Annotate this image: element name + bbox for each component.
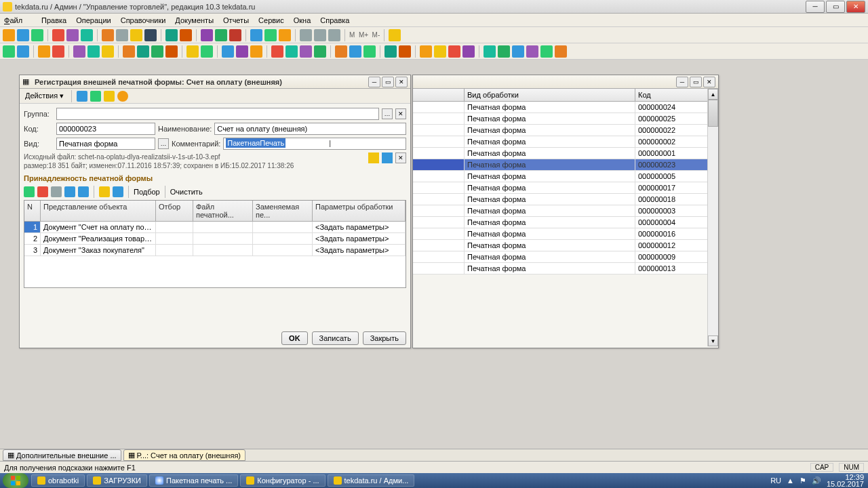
tb-icon[interactable]	[137, 45, 149, 58]
col-code[interactable]: Код	[635, 89, 718, 101]
system-tray[interactable]: RU ▲ ⚑ 🔊 12:39 15.02.2017	[766, 474, 868, 487]
task-1c[interactable]: tekdata.ru / Адми...	[328, 474, 415, 487]
input-group[interactable]	[56, 108, 379, 120]
menu-file[interactable]: Файл	[4, 16, 32, 24]
col-type[interactable]: Вид обработки	[465, 89, 635, 101]
tb-icon[interactable]	[52, 45, 64, 58]
tb-icon[interactable]	[314, 29, 326, 41]
tray-icon[interactable]: ▲	[787, 476, 794, 485]
menu-reports[interactable]: Отчеты	[223, 16, 249, 24]
save-button[interactable]: Записать	[312, 331, 359, 345]
tb-icon[interactable]	[52, 29, 64, 41]
tb-icon[interactable]	[87, 45, 100, 58]
table-row[interactable]: 1Документ "Счет на оплату покуп...<Задат…	[24, 222, 406, 233]
tb-icon[interactable]	[201, 45, 213, 58]
scroll-thumb[interactable]	[708, 100, 718, 127]
tb-icon[interactable]	[399, 45, 411, 58]
tb-icon[interactable]	[389, 29, 401, 41]
add-icon[interactable]	[24, 186, 35, 197]
tb-icon[interactable]	[38, 45, 50, 58]
tb-icon[interactable]	[555, 45, 567, 58]
list-item[interactable]: Печатная форма000000018	[413, 194, 718, 205]
list-item[interactable]: Печатная форма000000001	[413, 148, 718, 159]
delete-icon[interactable]	[37, 186, 48, 197]
lang-indicator[interactable]: RU	[770, 476, 781, 485]
clear-link[interactable]: Очистить	[170, 188, 203, 196]
tb-icon[interactable]	[229, 29, 241, 41]
tb-icon[interactable]	[420, 45, 432, 58]
tb-icon[interactable]	[335, 45, 347, 58]
list-item[interactable]: Печатная форма000000025	[413, 113, 718, 125]
tb-icon[interactable]	[271, 45, 283, 58]
tb-icon[interactable]	[151, 45, 163, 58]
tb-icon[interactable]	[116, 29, 128, 41]
input-comment[interactable]: ПакетнаяПечать |	[223, 138, 406, 150]
scrollbar[interactable]: ▲ ▼	[707, 89, 718, 346]
tab-registration[interactable]: ▦Р...: Счет на оплату (внешняя)	[123, 449, 245, 461]
list-item[interactable]: Печатная форма000000012	[413, 240, 718, 251]
tb-icon[interactable]	[250, 29, 262, 41]
panel-minimize-button[interactable]: ─	[368, 77, 380, 87]
tb-icon[interactable]	[3, 29, 15, 41]
task-chrome[interactable]: Пакетная печать ...	[149, 474, 238, 487]
table-row[interactable]: 2Документ "Реализация товаров ...<Задать…	[24, 233, 406, 245]
col-params[interactable]: Параметры обработки	[313, 201, 406, 221]
tb-icon[interactable]	[236, 45, 248, 58]
tb-icon[interactable]	[17, 45, 29, 58]
tb-icon[interactable]	[102, 29, 114, 41]
scroll-down-icon[interactable]: ▼	[708, 336, 718, 346]
clear-group-button[interactable]: ✕	[395, 108, 406, 119]
task-configurator[interactable]: Конфигуратор - ...	[240, 474, 325, 487]
tb-icon[interactable]	[363, 45, 376, 58]
list-item[interactable]: Печатная форма000000002	[413, 136, 718, 148]
table-row[interactable]: 3Документ "Заказ покупателя"<Задать пара…	[24, 245, 406, 256]
col-file[interactable]: Файл печатной...	[193, 201, 253, 221]
list-item[interactable]: Печатная форма000000024	[413, 102, 718, 113]
podbor-link[interactable]: Подбор	[134, 188, 160, 196]
close-dialog-button[interactable]: Закрыть	[363, 331, 406, 345]
tb-icon[interactable]	[250, 45, 262, 58]
col-filter[interactable]: Отбор	[156, 201, 193, 221]
tab-additional-forms[interactable]: ▦Дополнительные внешние ...	[3, 449, 121, 461]
disk-icon[interactable]	[113, 186, 123, 197]
tb-icon[interactable]	[73, 45, 85, 58]
select-type-button[interactable]: …	[158, 138, 169, 149]
tb-icon[interactable]	[180, 29, 192, 41]
list-item[interactable]: Печатная форма000000022	[413, 125, 718, 136]
save-file-icon[interactable]	[382, 152, 393, 163]
edit-icon[interactable]	[51, 186, 62, 197]
toolbar-icon[interactable]	[90, 91, 101, 102]
tb-icon[interactable]	[264, 29, 277, 41]
tb-icon[interactable]	[448, 45, 460, 58]
tray-icon[interactable]: 🔊	[812, 476, 821, 485]
close-button[interactable]: ✕	[846, 1, 865, 13]
clock[interactable]: 12:39 15.02.2017	[827, 474, 864, 487]
tb-icon[interactable]	[31, 29, 43, 41]
col-n[interactable]: N	[24, 201, 41, 221]
tb-icon[interactable]	[186, 45, 199, 58]
tb-icon[interactable]	[144, 29, 157, 41]
remove-file-button[interactable]: ✕	[395, 152, 406, 163]
menu-edit[interactable]: Правка	[41, 16, 66, 24]
input-type[interactable]	[56, 138, 155, 150]
tb-icon[interactable]	[279, 29, 291, 41]
tb-icon[interactable]	[498, 45, 510, 58]
tb-icon[interactable]	[165, 29, 178, 41]
help-icon[interactable]	[117, 91, 128, 102]
input-code[interactable]	[56, 123, 155, 135]
list-item[interactable]: Печатная форма000000009	[413, 251, 718, 263]
list-item[interactable]: Печатная форма000000005	[413, 171, 718, 182]
list-close-button[interactable]: ✕	[703, 77, 715, 87]
tb-icon[interactable]	[434, 45, 446, 58]
tb-icon[interactable]	[300, 29, 312, 41]
tb-icon[interactable]	[222, 45, 234, 58]
tb-icon[interactable]	[130, 29, 142, 41]
menu-directories[interactable]: Справочники	[121, 16, 166, 24]
tb-icon[interactable]	[66, 29, 79, 41]
tb-icon[interactable]	[462, 45, 475, 58]
objects-grid[interactable]: N Представление объекта Отбор Файл печат…	[24, 200, 406, 288]
minimize-button[interactable]: ─	[806, 1, 825, 13]
tray-icon[interactable]: ⚑	[800, 476, 806, 485]
tb-icon[interactable]	[384, 45, 397, 58]
toolbar-icon[interactable]	[104, 91, 115, 102]
